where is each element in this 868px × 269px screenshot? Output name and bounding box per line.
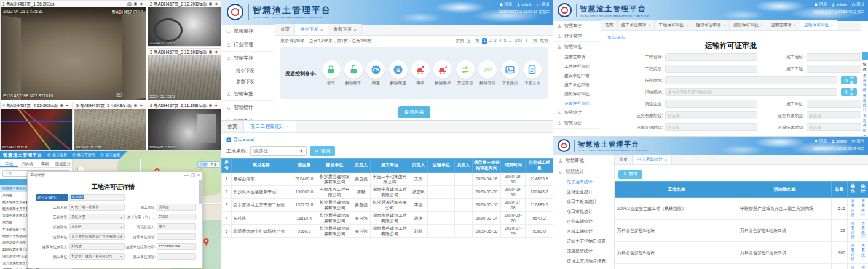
view-stats-link[interactable]: 查看统计: [861, 221, 866, 239]
sidebar-subitem-施工单位申请[interactable]: 施工单位申请: [553, 80, 601, 89]
sidebar-subitem-电子运单统计[interactable]: 电子运单统计: [553, 177, 614, 187]
cropped-link-查看详情[interactable]: 查看详情: [862, 114, 867, 133]
snapshot-icon[interactable]: [202, 50, 207, 54]
command-下发抓拍[interactable]: 下发抓拍: [499, 60, 521, 86]
page-item-2[interactable]: 2: [489, 38, 492, 44]
sidebar-subitem-建设单位申请[interactable]: 建设单位申请: [553, 71, 601, 80]
command-解除锁车[interactable]: 解除锁车: [342, 60, 365, 86]
view-detail-link[interactable]: 查看详情: [850, 243, 855, 262]
map-toolbar-显示速度[interactable]: 显示速度: [100, 153, 120, 158]
sidebar-item-智慧审批[interactable]: 智慧审批: [221, 87, 275, 101]
sidebar-item-视频监控[interactable]: 视频监控: [221, 25, 275, 38]
map-tab-车辆[interactable]: 车辆: [36, 159, 54, 167]
tab-首页[interactable]: 首页: [601, 20, 618, 30]
map-toggle-卫星[interactable]: 卫星: [208, 162, 219, 167]
dialog-field-建设单位联系电话:[interactable]: 15574396294: [157, 243, 196, 250]
command-限举[interactable]: 限举: [409, 60, 432, 86]
command-下发文本[interactable]: 下发文本: [521, 60, 543, 86]
stop-icon[interactable]: [208, 2, 213, 6]
speaker-icon[interactable]: [66, 103, 70, 108]
field-input-运输开始时间:[interactable]: 必选项: [665, 123, 757, 131]
command-锁车[interactable]: 锁车: [320, 60, 342, 86]
command-解除管控[interactable]: 解除管控: [476, 60, 499, 86]
field-button-查看[interactable]: 查看: [841, 88, 857, 96]
sidebar-subitem-进场土方消纳日报表[interactable]: 进场土方消纳日报表: [553, 236, 614, 246]
map-tab-消纳场[interactable]: 消纳场: [18, 159, 36, 167]
page-item-350[interactable]: 350: [515, 38, 522, 44]
camera-tile[interactable]: 3 粤ADH457贯_3 18.6KB/s2022-04-21 17:25:31: [148, 48, 221, 100]
field-input-工程类型:[interactable]: [665, 65, 757, 73]
tab-参数下发[interactable]: 参数下发×: [328, 24, 361, 35]
view-detail-link[interactable]: 查看详情: [850, 199, 855, 217]
sidebar-item-行业管理[interactable]: 行业管理: [553, 31, 601, 42]
sidebar-subitem-消防许可审批[interactable]: 消防许可审批: [553, 89, 601, 98]
sidebar-item-智慧统计[interactable]: 智慧统计: [553, 166, 614, 177]
tab-close-icon[interactable]: ×: [665, 158, 667, 162]
camera-tile[interactable]: 5 粤ADH457贯_5 4.6KB/s2022-04-21 17:25:31: [74, 102, 146, 151]
sidebar-subitem-指令下发[interactable]: 指令下发: [221, 65, 275, 76]
dialog-field-施工地址:[interactable]: 滨湖路: [157, 204, 196, 211]
map-tab-违规监控[interactable]: 违规监控: [54, 159, 72, 167]
tab-项目工程量统计[interactable]: 项目工程量统计×: [244, 121, 296, 132]
sidebar-subitem-区域车辆统计[interactable]: 区域车辆统计: [553, 227, 614, 236]
field-input-运输结束时间:[interactable]: 必选项: [807, 123, 868, 131]
map-tab-工地[interactable]: 工地: [0, 159, 18, 167]
sidebar-subitem-参数下发[interactable]: 参数下发: [221, 76, 275, 87]
speaker-icon[interactable]: [215, 2, 219, 6]
table-row[interactable]: 2长沙供水应急服务中心156000.0中南水务工程有限公司崔畅湖南宇寰建设工程有…: [222, 185, 553, 198]
sidebar-item-智慧审批[interactable]: 智慧审批: [553, 155, 614, 166]
view-detail-link[interactable]: 查看详情: [850, 221, 855, 239]
table-row[interactable]: 5高新师大附中扩建场地平整9360.0长沙麓谷建设发展有限公司吴自强湖南麓谷建设…: [222, 225, 553, 238]
command-解除限举[interactable]: 解除限举: [432, 60, 454, 86]
export-excel-button[interactable]: 导出excel: [226, 136, 553, 143]
sidebar-subitem-区域企业统计[interactable]: 区域企业统计: [553, 187, 614, 197]
command-限速[interactable]: 限速: [365, 60, 387, 86]
field-input-证照有效期起:[interactable]: 必选项: [665, 111, 757, 119]
table-row[interactable]: 万科金色梦想B地块万科金色梦想C地块回填765查看详情查看统计: [615, 241, 868, 263]
sidebar-subitem-工地许可审批[interactable]: 工地许可审批: [553, 62, 601, 71]
stop-icon[interactable]: [133, 2, 138, 6]
tab-close-icon[interactable]: ×: [353, 27, 356, 33]
dialog-field-施工单位地址:[interactable]: [157, 253, 196, 260]
tab-close-icon[interactable]: ×: [286, 124, 290, 129]
message-button[interactable]: 消息: [499, 2, 512, 7]
table-row[interactable]: 4东科路11814.4长沙麓谷建设发展有限公司吴自强湖南湘信建设工程有限公司胡冰…: [222, 212, 553, 225]
snapshot-icon[interactable]: [127, 2, 132, 6]
view-stats-link[interactable]: 查看统计: [861, 199, 866, 217]
tab-首页[interactable]: 首页: [221, 121, 244, 132]
sidebar-subitem-项目工程量统计[interactable]: 项目工程量统计: [553, 197, 614, 207]
tab-close-icon[interactable]: ×: [760, 23, 763, 28]
page-item-下一页[interactable]: 下一页: [524, 38, 537, 44]
page-item-上一页[interactable]: 上一页: [467, 38, 479, 44]
sidebar-item-智慧办公[interactable]: 智慧办公: [553, 118, 601, 129]
sidebar-item-智慧审批[interactable]: 智慧审批: [553, 42, 601, 52]
tab-消防许可审批[interactable]: 消防许可审批×: [730, 20, 767, 30]
table-row[interactable]: 220KV霞凝变土建工程（枫林路段）中联智慧产业城首开区二期土方消纳场516查看…: [615, 197, 868, 219]
user-button[interactable]: admin: [831, 139, 847, 143]
page-item-尾页[interactable]: 尾页: [540, 38, 548, 44]
tab-close-icon[interactable]: ×: [831, 23, 833, 28]
field-textarea-行驶路线:[interactable]: [665, 76, 837, 84]
user-button[interactable]: admin: [831, 2, 847, 7]
page-item-4[interactable]: 4: [499, 38, 502, 44]
map-toggle-二维[interactable]: 二维: [198, 162, 208, 167]
logout-button[interactable]: 退出: [537, 2, 550, 7]
stop-icon[interactable]: [133, 103, 138, 108]
camera-tile[interactable]: 6 粤ADH457贯_6 11.1KB/s2022-04-21 17:25:31: [148, 102, 221, 151]
map-type-toggle[interactable]: 二维卫星: [197, 161, 219, 168]
sidebar-subitem-运营证申请[interactable]: 运营证申请: [553, 52, 601, 62]
tab-首页[interactable]: 首页: [275, 24, 295, 35]
speaker-icon[interactable]: [215, 103, 219, 108]
memo-log-link[interactable]: 备忘日志: [607, 34, 625, 41]
snapshot-icon[interactable]: [202, 2, 207, 6]
tab-电子运单统计[interactable]: 电子运单统计×: [633, 155, 672, 164]
view-stats-link[interactable]: 查看统计: [861, 265, 866, 269]
field-textarea-消纳场地:[interactable]: 请勾选有效开通消纳场地: [665, 88, 837, 96]
sidebar-item-智慧统计[interactable]: 智慧统计: [221, 101, 275, 114]
field-input-施工地址:[interactable]: [807, 53, 868, 61]
refresh-list-button[interactable]: 刷新列表: [398, 106, 430, 118]
tab-close-icon[interactable]: ×: [794, 23, 796, 28]
user-button[interactable]: admin: [516, 2, 532, 7]
cropped-link-查看统计[interactable]: 查看统计: [862, 94, 867, 113]
tab-建设单位申请[interactable]: 建设单位申请×: [692, 20, 730, 30]
